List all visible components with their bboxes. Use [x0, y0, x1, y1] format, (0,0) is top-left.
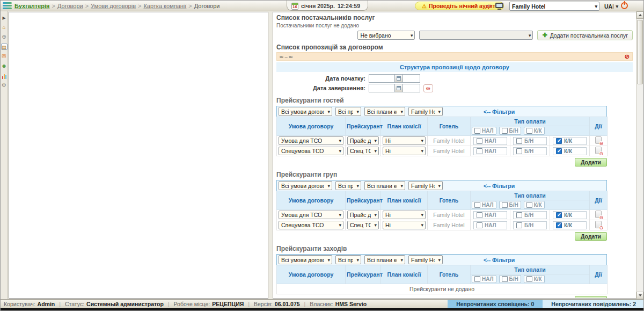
delete-row-icon[interactable] — [595, 136, 602, 144]
filter-conditions-select[interactable]: Всі умови договорів — [279, 181, 332, 190]
filter-pricelists-select[interactable]: Всі прейскуранти — [335, 107, 361, 116]
kk-checkbox[interactable] — [556, 138, 562, 144]
end-date-input[interactable] — [369, 84, 394, 92]
plus-icon — [542, 32, 547, 39]
scroll-down-button[interactable] — [636, 292, 643, 299]
start-date-input[interactable] — [369, 74, 394, 83]
pricelist-select[interactable]: Спец ТСО — [347, 221, 379, 229]
home-icon[interactable] — [1, 24, 8, 31]
chat-icon[interactable] — [1, 53, 8, 60]
col-actions: Дії — [590, 265, 608, 284]
delete-row-icon[interactable] — [595, 211, 602, 218]
currency-select[interactable]: UAH — [602, 2, 620, 11]
filter-hotel-select[interactable]: Family Hotel — [408, 181, 443, 190]
supplier-company-select[interactable] — [419, 31, 533, 40]
end-date-calendar-button[interactable] — [394, 84, 403, 92]
panel-splitter[interactable] — [268, 11, 273, 299]
unread-notifications-badge[interactable]: Непрочитаних сповіщень: 0 — [448, 300, 543, 308]
delete-row-icon[interactable] — [595, 221, 602, 228]
col-payment-type: Тип оплати — [471, 191, 590, 200]
condition-select[interactable]: Умова для ТСО — [279, 136, 343, 145]
kk-checkbox[interactable] — [556, 212, 562, 218]
start-date-extra-input[interactable] — [403, 74, 420, 83]
filters-toggle-link[interactable]: <-- Фільтри — [484, 257, 515, 263]
journal-icon[interactable] — [1, 44, 8, 50]
header-kk-checkbox[interactable] — [526, 276, 532, 282]
bn-checkbox[interactable] — [516, 212, 522, 218]
cancel-proposal-icon[interactable] — [625, 53, 630, 60]
end-date-extra-input[interactable] — [403, 84, 420, 92]
filter-commissions-select[interactable]: Всі плани комісій — [364, 181, 405, 190]
supplier-type-select[interactable]: Не вибрано — [357, 31, 415, 40]
nav-arrows-icon[interactable] — [485, 3, 493, 8]
unread-messages-badge[interactable]: Непрочитаних повідомлень: 2 — [543, 300, 643, 308]
monitor-icon[interactable] — [495, 3, 503, 8]
header-nal-checkbox[interactable] — [474, 128, 480, 134]
filter-conditions-select[interactable]: Всі умови договорів — [279, 107, 332, 116]
header-bn-checkbox[interactable] — [502, 276, 508, 282]
header-kk-checkbox[interactable] — [526, 128, 532, 134]
bn-checkbox[interactable] — [516, 148, 522, 154]
nal-checkbox[interactable] — [477, 212, 482, 218]
power-icon[interactable] — [621, 2, 628, 9]
status-role: Статус:Системный администратор — [65, 301, 174, 307]
delete-row-icon[interactable] — [595, 147, 602, 154]
kk-checkbox[interactable] — [556, 148, 562, 154]
header-bn-checkbox[interactable] — [502, 202, 508, 208]
filter-commissions-select[interactable]: Всі плани комісій — [364, 107, 405, 116]
header-kk-checkbox[interactable] — [526, 202, 532, 208]
condition-select[interactable]: Спецумова ТСО — [279, 147, 343, 155]
filter-conditions-select[interactable]: Всі умови договорів — [279, 255, 332, 264]
start-date-calendar-button[interactable] — [394, 74, 403, 83]
filter-hotel-select[interactable]: Family Hotel — [408, 107, 443, 116]
scroll-up-button[interactable] — [636, 11, 643, 19]
header-nal-checkbox[interactable] — [474, 276, 480, 282]
pricelist-select[interactable]: Прайс для ТСО — [347, 136, 379, 145]
breadcrumb-contracts[interactable]: Договори — [57, 3, 83, 9]
nal-checkbox[interactable] — [477, 138, 482, 144]
vertical-scrollbar[interactable] — [636, 11, 643, 299]
add-guest-pricelist-button[interactable]: Додати — [575, 158, 607, 167]
condition-select[interactable]: Умова для ТСО — [279, 211, 343, 219]
expand-arrow-icon[interactable] — [1, 15, 8, 21]
col-payment-type: Тип оплати — [471, 117, 590, 126]
current-time: 12:24:59 — [338, 3, 360, 9]
condition-select[interactable]: Спецумова ТСО — [279, 221, 343, 229]
status-owner: Власник:HMS Servio — [310, 301, 367, 307]
chart-icon[interactable] — [1, 73, 8, 79]
col-hotel: Готель — [428, 117, 471, 136]
bn-checkbox[interactable] — [516, 222, 522, 228]
add-group-pricelist-button[interactable]: Додати — [575, 232, 607, 241]
menu-icon[interactable] — [3, 2, 12, 9]
header-bn-checkbox[interactable] — [502, 128, 508, 134]
add-event-pricelist-button[interactable]: Додати — [575, 296, 607, 299]
hotel-select[interactable]: Family Hotel — [509, 2, 599, 11]
pricelist-select[interactable]: Спец ТСО — [347, 147, 379, 155]
commission-select[interactable]: Ні — [383, 211, 426, 219]
commission-select[interactable]: Ні — [383, 147, 426, 155]
pricelist-select[interactable]: Прайс для ТСО — [347, 211, 379, 219]
add-supplier-button[interactable]: Додати постачальника послуг — [537, 30, 633, 40]
scrollbar-thumb[interactable] — [637, 20, 643, 84]
users-icon[interactable] — [1, 63, 8, 69]
proposal-header-bar[interactable]: ∞ – ∞ — [276, 52, 633, 61]
filter-hotel-select[interactable]: Family Hotel — [408, 255, 443, 264]
nal-checkbox[interactable] — [477, 222, 482, 228]
commission-select[interactable]: Ні — [383, 221, 426, 229]
bn-checkbox[interactable] — [516, 138, 522, 144]
filters-toggle-link[interactable]: <-- Фільтри — [484, 109, 515, 115]
nal-checkbox[interactable] — [477, 148, 482, 154]
breadcrumb-contract-terms[interactable]: Умови договорів — [91, 3, 136, 9]
filter-pricelists-select[interactable]: Всі прейскуранти — [335, 255, 361, 264]
commission-select[interactable]: Ні — [383, 136, 426, 145]
filter-commissions-select[interactable]: Всі плани комісій — [364, 255, 405, 264]
breadcrumb-accounting[interactable]: Бухгалтерія — [14, 3, 50, 9]
header-nal-checkbox[interactable] — [474, 202, 480, 208]
globe-icon[interactable] — [1, 34, 8, 40]
settings-icon[interactable] — [1, 82, 8, 89]
infinity-date-button[interactable] — [423, 84, 433, 92]
breadcrumb-company-card[interactable]: Картка компанії — [143, 3, 186, 9]
filter-pricelists-select[interactable]: Всі прейскуранти — [335, 181, 361, 190]
filters-toggle-link[interactable]: <-- Фільтри — [484, 183, 515, 189]
kk-checkbox[interactable] — [556, 222, 562, 228]
